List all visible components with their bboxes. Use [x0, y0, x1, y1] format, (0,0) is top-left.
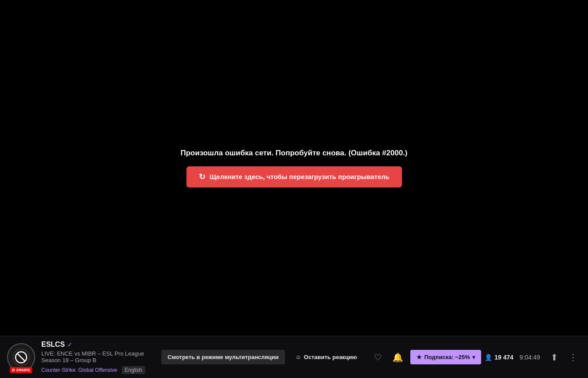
- viewer-icon: 👤: [485, 354, 492, 361]
- subscribe-label: Подписка: −25%: [424, 354, 470, 360]
- viewer-count-number: 19 474: [494, 354, 513, 361]
- avatar-wrapper: В ЭФИРЕ: [7, 343, 35, 371]
- right-controls: ♡ 🔔 ★ Подписка: −25% ▾ 👤 19 474 9:04:49 …: [370, 349, 581, 366]
- video-player-area: Произошла ошибка сети. Попробуйте снова.…: [0, 0, 588, 336]
- error-message: Произошла ошибка сети. Попробуйте снова.…: [180, 149, 407, 158]
- heart-icon: ♡: [374, 352, 382, 363]
- viewer-count: 👤 19 474: [485, 354, 513, 361]
- bottom-bar: В ЭФИРЕ ESLCS ✓ LIVE: ENCE vs MIBR – ESL…: [0, 336, 588, 378]
- live-badge: В ЭФИРЕ: [10, 367, 32, 373]
- reload-button[interactable]: ↻ Щелкните здесь, чтобы перезагрузить пр…: [186, 166, 402, 187]
- stream-title: LIVE: ENCE vs MIBR – ESL Pro League Seas…: [41, 350, 161, 363]
- language-badge: English: [122, 366, 145, 374]
- subscribe-star-icon: ★: [416, 354, 422, 360]
- more-icon: ⋮: [569, 352, 577, 362]
- channel-name-row: ESLCS ✓: [41, 341, 161, 349]
- channel-logo-icon: [12, 349, 30, 366]
- heart-button[interactable]: ♡: [370, 349, 385, 366]
- share-button[interactable]: ⬆: [547, 349, 562, 366]
- more-options-button[interactable]: ⋮: [565, 349, 581, 366]
- verified-icon: ✓: [67, 341, 73, 348]
- action-buttons: Смотреть в режиме мультитрансляции ☺ Ост…: [161, 350, 363, 364]
- stream-timestamp: 9:04:49: [519, 354, 540, 361]
- subscribe-button[interactable]: ★ Подписка: −25% ▾: [410, 350, 482, 364]
- category-link[interactable]: Counter-Strike: Global Offensive: [41, 367, 117, 373]
- channel-info: В ЭФИРЕ ESLCS ✓ LIVE: ENCE vs MIBR – ESL…: [7, 341, 161, 374]
- bell-icon: 🔔: [392, 352, 403, 363]
- multistream-button[interactable]: Смотреть в режиме мультитрансляции: [161, 350, 285, 364]
- reaction-label: Оставить реакцию: [304, 354, 357, 360]
- viewer-info: 👤 19 474 9:04:49: [485, 354, 540, 361]
- channel-name[interactable]: ESLCS: [41, 341, 65, 349]
- reload-icon: ↻: [199, 172, 205, 182]
- subscribe-chevron-icon: ▾: [472, 354, 475, 360]
- reaction-button[interactable]: ☺ Оставить реакцию: [289, 350, 363, 364]
- stream-meta: Counter-Strike: Global Offensive English: [41, 366, 161, 374]
- upload-icon: ⬆: [551, 352, 558, 362]
- channel-text: ESLCS ✓ LIVE: ENCE vs MIBR – ESL Pro Lea…: [41, 341, 161, 374]
- reaction-icon: ☺: [296, 354, 301, 360]
- reload-button-label: Щелкните здесь, чтобы перезагрузить прои…: [210, 173, 390, 180]
- bell-button[interactable]: 🔔: [389, 349, 407, 366]
